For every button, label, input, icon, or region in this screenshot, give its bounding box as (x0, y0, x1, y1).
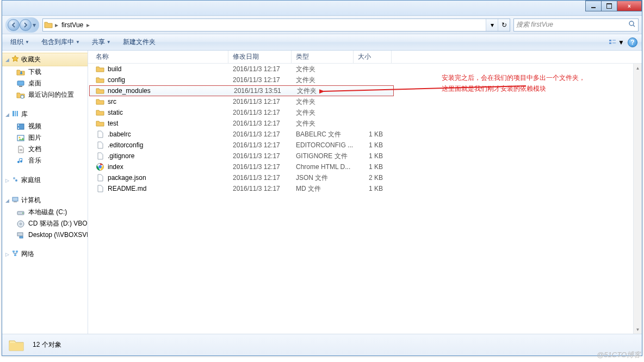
chevron-right-icon[interactable]: ▸ (85, 21, 91, 29)
close-button[interactable]: × (617, 1, 642, 11)
file-type: GITIGNORE 文件 (292, 152, 354, 161)
search-icon[interactable] (628, 20, 636, 29)
file-date: 2016/11/3 12:17 (228, 141, 292, 149)
file-date: 2016/11/3 12:17 (228, 163, 292, 171)
folder-icon (43, 21, 54, 29)
col-type[interactable]: 类型 (292, 51, 354, 63)
file-row[interactable]: package.json2016/11/3 12:17JSON 文件2 KB (88, 172, 642, 183)
sidebar-item-documents[interactable]: 文档 (2, 143, 88, 155)
svg-rect-2 (609, 40, 611, 41)
sidebar-item-desktop[interactable]: 桌面 (2, 78, 88, 89)
file-row[interactable]: .editorconfig2016/11/3 12:17EDITORCONFIG… (88, 140, 642, 151)
file-date: 2016/11/3 13:51 (230, 87, 293, 95)
file-type: MD 文件 (292, 184, 354, 194)
cd-icon (16, 220, 25, 228)
sidebar-homegroup-header[interactable]: ▷家庭组 (2, 174, 88, 186)
sidebar-item-pictures[interactable]: 图片 (2, 132, 88, 143)
share-button[interactable]: 共享▼ (88, 35, 115, 49)
svg-rect-14 (18, 128, 19, 129)
breadcrumb[interactable]: ▸ firstVue ▸ (54, 19, 91, 31)
help-button[interactable]: ? (628, 38, 637, 47)
svg-rect-30 (16, 251, 18, 252)
annotation-text: 安装完之后，会在我们的项目中多出一个文件夹， 这里面就是我们刚才安装的依赖模块 (442, 72, 585, 95)
recent-icon (16, 91, 25, 99)
folder-large-icon (8, 336, 25, 354)
file-row[interactable]: index2016/11/3 12:17Chrome HTML D...1 KB (88, 161, 642, 172)
file-size: 1 KB (354, 152, 392, 160)
breadcrumb-seg[interactable]: firstVue (59, 19, 85, 31)
file-row[interactable]: .gitignore2016/11/3 12:17GITIGNORE 文件1 K… (88, 151, 642, 161)
back-button[interactable] (8, 19, 20, 31)
sidebar-item-netdesktop[interactable]: Desktop (\\VBOXSVR) (2, 229, 88, 240)
maximize-button[interactable] (601, 1, 617, 11)
col-name[interactable]: 名称 (88, 51, 228, 63)
file-size: 1 KB (354, 130, 392, 138)
file-row[interactable]: README.md2016/11/3 12:17MD 文件1 KB (88, 183, 642, 194)
nav-history-dropdown[interactable]: ▾ (32, 21, 37, 29)
file-type: EDITORCONFIG ... (292, 141, 354, 149)
address-dropdown-button[interactable]: ▾ (486, 19, 498, 31)
new-folder-button[interactable]: 新建文件夹 (119, 35, 159, 49)
disclosure-icon: ◢ (5, 112, 9, 117)
scroll-down-icon[interactable]: ▼ (634, 325, 642, 334)
svg-rect-29 (13, 251, 15, 252)
chevron-right-icon[interactable]: ▸ (54, 21, 59, 29)
file-row[interactable]: static2016/11/3 12:17文件夹 (88, 107, 642, 118)
svg-rect-22 (14, 202, 17, 202)
file-row[interactable]: test2016/11/3 12:17文件夹 (88, 118, 642, 129)
desktop-icon (16, 79, 25, 88)
search-input[interactable]: 搜索 firstVue (513, 18, 639, 32)
address-bar[interactable]: ▸ firstVue ▸ ▾ ↻ (42, 18, 510, 32)
svg-point-16 (19, 136, 21, 138)
minimize-button[interactable] (585, 1, 602, 11)
titlebar[interactable]: × (2, 1, 642, 16)
sidebar-network-header[interactable]: ▷网络 (2, 248, 88, 260)
file-type: Chrome HTML D... (292, 163, 354, 171)
file-date: 2016/11/3 12:17 (228, 174, 292, 182)
file-row[interactable]: .babelrc2016/11/3 12:17BABELRC 文件1 KB (88, 129, 642, 140)
forward-button[interactable] (20, 19, 32, 31)
file-type: BABELRC 文件 (292, 130, 354, 139)
disclosure-icon: ◢ (5, 198, 9, 203)
view-options-button[interactable]: ▼ (608, 38, 624, 47)
scrollbar-vertical[interactable]: ▲ ▼ (633, 64, 642, 334)
sidebar-item-cddrive[interactable]: CD 驱动器 (D:) VBOXADDITIONS (2, 218, 88, 229)
folder-icon (96, 119, 104, 128)
sidebar-computer-header[interactable]: ◢计算机 (2, 194, 88, 207)
folder-icon (96, 65, 104, 73)
file-name: node_modules (108, 87, 151, 95)
file-date: 2016/11/3 12:17 (228, 185, 292, 192)
file-icon (96, 130, 104, 139)
file-date: 2016/11/3 12:17 (228, 76, 292, 84)
file-row[interactable]: src2016/11/3 12:17文件夹 (88, 96, 642, 107)
refresh-button[interactable]: ↻ (498, 19, 510, 31)
sidebar-item-recent[interactable]: 最近访问的位置 (2, 89, 88, 101)
file-date: 2016/11/3 12:17 (228, 65, 292, 73)
svg-point-8 (21, 95, 24, 98)
chrome-icon (96, 163, 104, 171)
file-name: package.json (108, 174, 146, 182)
sidebar-item-music[interactable]: 音乐 (2, 155, 88, 166)
sidebar-favorites-header[interactable]: ◢ 收藏夹 (2, 53, 88, 66)
sidebar-item-downloads[interactable]: 下载 (2, 66, 88, 78)
file-name: .gitignore (108, 152, 134, 160)
svg-point-24 (22, 213, 23, 214)
svg-line-1 (633, 25, 635, 27)
file-type: 文件夹 (292, 119, 354, 128)
svg-rect-6 (17, 81, 24, 85)
file-name: README.md (108, 185, 146, 192)
include-library-button[interactable]: 包含到库中▼ (38, 35, 84, 49)
col-date[interactable]: 修改日期 (228, 51, 292, 63)
status-count: 12 个对象 (33, 340, 61, 349)
scroll-up-icon[interactable]: ▲ (634, 64, 642, 72)
sidebar-item-videos[interactable]: 视频 (2, 121, 88, 132)
sidebar-libraries-header[interactable]: ◢库 (2, 108, 88, 121)
organize-button[interactable]: 组织▼ (7, 35, 33, 49)
svg-rect-21 (13, 197, 18, 201)
col-size[interactable]: 大小 (354, 51, 392, 63)
sidebar-item-localdisk[interactable]: 本地磁盘 (C:) (2, 207, 88, 218)
file-name: config (108, 76, 125, 84)
svg-rect-13 (18, 124, 19, 126)
file-icon (96, 141, 104, 149)
star-icon (11, 55, 19, 64)
